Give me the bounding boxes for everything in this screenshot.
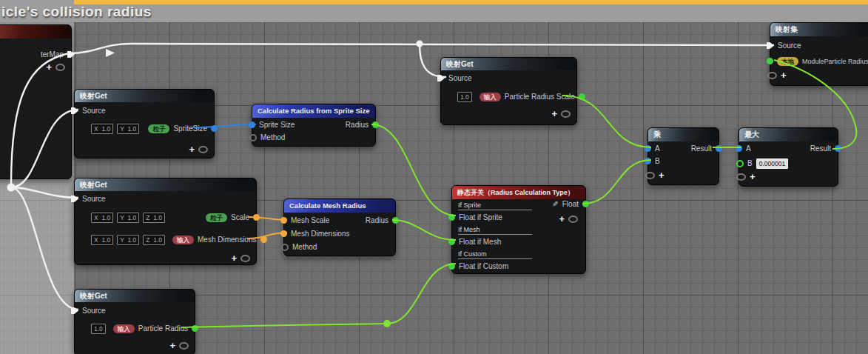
node-map-get-spritesize: 映射Get Source X 1.0 Y 1.0 粒子 SpriteSize + [74, 89, 215, 158]
add-pin-button[interactable]: + [659, 170, 665, 180]
multiply-a-input-pin[interactable] [645, 145, 651, 152]
float-if-custom-input-pin[interactable] [448, 263, 455, 270]
add-output-pin[interactable] [568, 216, 578, 223]
sprite-size-input-pin[interactable] [249, 121, 255, 128]
node-header[interactable]: 映射Get [75, 290, 195, 302]
mesh-scale-input-pin[interactable] [280, 217, 287, 224]
max-b-input-pin[interactable] [736, 160, 744, 167]
reroute-node-green [383, 320, 391, 327]
input-pin-label: A [746, 144, 751, 153]
add-output-pin[interactable] [240, 255, 250, 262]
input-pin-label: Mesh Scale [291, 216, 329, 224]
output-pin-label: Float [562, 200, 579, 208]
wire-particle-radius-b [387, 264, 456, 324]
float-output-pin[interactable] [582, 201, 589, 207]
node-header[interactable]: 映射Get [441, 58, 576, 70]
add-pin-button[interactable]: + [169, 341, 175, 350]
output-pin-label: Result [691, 144, 712, 153]
particle-radius-scale-output-pin[interactable] [579, 93, 585, 100]
value-field-x[interactable]: X 1.0 [91, 235, 113, 245]
source-input-pin[interactable] [71, 195, 78, 203]
input-pin-label: Sprite Size [259, 121, 295, 129]
wire-mesh-radius [392, 220, 456, 240]
add-input-pin[interactable] [645, 172, 655, 179]
source-input-pin[interactable] [437, 74, 445, 82]
add-pin-button[interactable]: + [750, 172, 756, 181]
input-pin-label: Method [260, 133, 285, 141]
particle-radius-output-pin[interactable] [192, 325, 198, 332]
source-pin-label: Source [778, 41, 801, 50]
float-if-sprite-input-pin[interactable] [448, 214, 455, 221]
add-pin-button[interactable]: + [551, 109, 557, 118]
input-pin-label: Float if Mesh [459, 238, 501, 246]
add-input-pin[interactable] [736, 173, 746, 181]
output-pin-label: Particle Radius Scale [505, 93, 575, 101]
add-pin-button[interactable]: + [559, 214, 565, 224]
node-header[interactable]: Calculate Radius from Sprite Size [252, 104, 375, 118]
pin-label-parametermap: terMap [41, 50, 64, 59]
input-pin-label: Float if Custom [459, 262, 508, 270]
input-pin-label: Float if Sprite [459, 213, 502, 221]
add-pin-button[interactable]: + [781, 70, 787, 80]
value-field-z[interactable]: Z 1.0 [143, 235, 165, 245]
node-header[interactable]: 映射Get [75, 178, 256, 191]
value-field[interactable]: 1.0 [91, 324, 106, 334]
source-input-pin[interactable] [767, 41, 774, 50]
output-pin-label: SpriteSize [173, 124, 207, 133]
mesh-dimensions-output-pin[interactable] [260, 236, 267, 243]
float-if-mesh-input-pin[interactable] [448, 238, 455, 245]
multiply-b-input-pin[interactable] [645, 158, 651, 164]
node-header[interactable]: Calculate Mesh Radius [284, 199, 395, 213]
wire-direction-arrow [106, 49, 115, 57]
value-field[interactable]: 1.0 [457, 92, 472, 102]
add-pin-button[interactable]: + [189, 144, 195, 154]
mesh-dimensions-input-pin[interactable] [280, 230, 287, 237]
source-input-pin[interactable] [71, 307, 78, 315]
input-pin-label: B [747, 159, 753, 167]
source-pin-label: Source [448, 74, 472, 82]
comment-title[interactable]: icle's collision radius [1, 4, 152, 20]
node-header[interactable]: 最大 [739, 128, 838, 141]
node-map-get-radius-scale: 映射Get Source 1.0 输入 Particle Radius Scal… [440, 57, 577, 125]
add-pin-button[interactable]: + [46, 62, 52, 72]
result-output-pin[interactable] [835, 145, 841, 152]
value-field-z[interactable]: Z 1.0 [143, 213, 165, 223]
node-header[interactable]: 映射Get [75, 90, 214, 102]
add-output-pin[interactable] [55, 64, 65, 71]
radius-output-pin[interactable] [372, 121, 379, 128]
scale-output-pin[interactable] [253, 214, 260, 221]
add-output-pin[interactable] [198, 146, 208, 153]
input-pin-label: B [655, 157, 660, 165]
node-calc-mesh-radius: Calculate Mesh Radius Mesh Scale Radius … [283, 198, 396, 256]
output-pin-label: Scale [231, 213, 249, 221]
method-input-pin[interactable] [249, 134, 257, 141]
value-field-x[interactable]: X 1.0 [91, 213, 113, 223]
max-a-input-pin[interactable] [736, 145, 742, 152]
node-header[interactable]: 映射集 [770, 23, 868, 36]
edit-pencil-icon[interactable]: ✎ [552, 200, 558, 208]
radius-output-pin[interactable] [392, 217, 399, 224]
max-b-value-field[interactable]: 0.000001 [756, 158, 788, 169]
output-pin-label: Radius [346, 121, 369, 129]
spritesize-output-pin[interactable] [211, 125, 218, 132]
value-field-y[interactable]: Y 1.0 [117, 235, 139, 245]
module-particle-radius-input-pin[interactable] [767, 58, 773, 64]
blueprint-graph-canvas[interactable]: icle's collision radius [0, 0, 868, 354]
add-input-pin[interactable] [767, 72, 777, 79]
result-output-pin[interactable] [716, 145, 722, 152]
namespace-badge-input: 输入 [172, 236, 194, 244]
add-output-pin[interactable] [179, 342, 189, 350]
value-field-x[interactable]: X 1.0 [91, 124, 113, 134]
node-header[interactable]: 乘 [648, 128, 719, 141]
source-input-pin[interactable] [71, 107, 78, 115]
wire-parammap-to-mapset [69, 44, 774, 53]
output-pin-label: Result [810, 144, 831, 153]
node-parameter-source-header[interactable] [0, 25, 71, 39]
method-input-pin[interactable] [281, 244, 289, 251]
node-multiply: 乘 A Result B + [647, 127, 719, 185]
value-field-y[interactable]: Y 1.0 [117, 213, 139, 223]
add-pin-button[interactable]: + [231, 253, 237, 263]
switch-case-label: If Custom [458, 250, 532, 259]
add-output-pin[interactable] [561, 110, 571, 118]
value-field-y[interactable]: Y 1.0 [117, 124, 139, 134]
